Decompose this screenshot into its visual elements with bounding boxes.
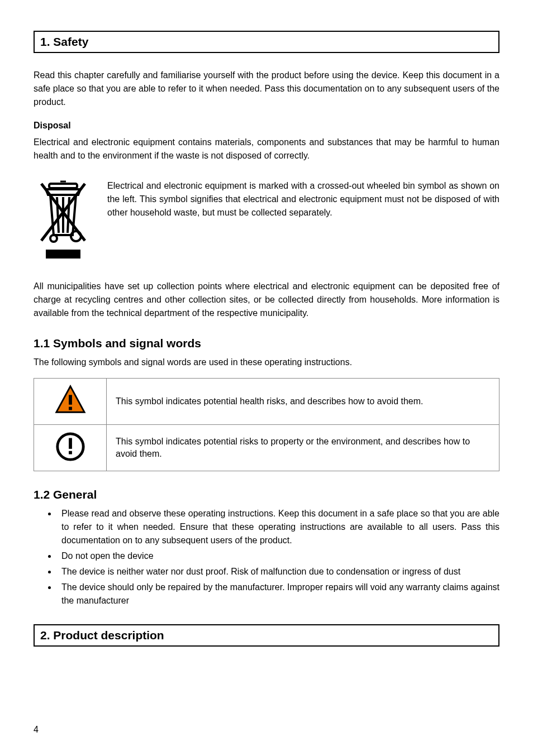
warning-description: This symbol indicates potential health r… — [107, 379, 499, 425]
svg-rect-10 — [69, 395, 72, 404]
disposal-text-block: Electrical and electronic equipment is m… — [107, 179, 499, 265]
list-item: Please read and observe these operating … — [57, 507, 499, 547]
list-item: The device should only be repaired by th… — [57, 581, 499, 607]
attention-description: This symbol indicates potential risks to… — [107, 425, 499, 471]
svg-rect-14 — [69, 451, 72, 454]
symbols-subsection-heading: 1.1 Symbols and signal words — [34, 337, 499, 350]
general-list: Please read and observe these operating … — [57, 507, 499, 607]
svg-rect-11 — [69, 407, 72, 410]
table-row: This symbol indicates potential risks to… — [34, 425, 499, 471]
general-subsection-heading: 1.2 General — [34, 488, 499, 501]
disposal-paragraph-3: All municipalities have set up collectio… — [34, 280, 499, 320]
list-item: Do not open the device — [57, 549, 499, 563]
table-row: This symbol indicates potential health r… — [34, 379, 499, 425]
page-number: 4 — [34, 725, 39, 735]
disposal-heading: Disposal — [34, 119, 499, 132]
attention-circle-icon — [34, 425, 107, 471]
section-2-heading: 2. Product description — [34, 624, 499, 647]
warning-triangle-icon — [34, 379, 107, 425]
symbols-intro-text: The following symbols and signal words a… — [34, 356, 499, 369]
section-1-heading: 1. Safety — [34, 31, 499, 53]
intro-paragraph: Read this chapter carefully and familiar… — [34, 69, 499, 109]
section-1-title: 1. Safety — [40, 35, 88, 48]
svg-rect-9 — [46, 250, 80, 259]
section-2-title: 2. Product description — [40, 629, 164, 642]
weee-bin-icon — [34, 179, 95, 265]
svg-point-5 — [50, 235, 57, 242]
disposal-icon-text-block: Electrical and electronic equipment is m… — [34, 179, 499, 265]
svg-rect-0 — [49, 184, 77, 188]
svg-rect-13 — [69, 438, 72, 449]
list-item: The device is neither water nor dust pro… — [57, 565, 499, 578]
symbols-table: This symbol indicates potential health r… — [34, 378, 499, 471]
disposal-paragraph-2: Electrical and electronic equipment is m… — [107, 179, 499, 219]
disposal-paragraph-1: Electrical and electronic equipment cont… — [34, 136, 499, 162]
